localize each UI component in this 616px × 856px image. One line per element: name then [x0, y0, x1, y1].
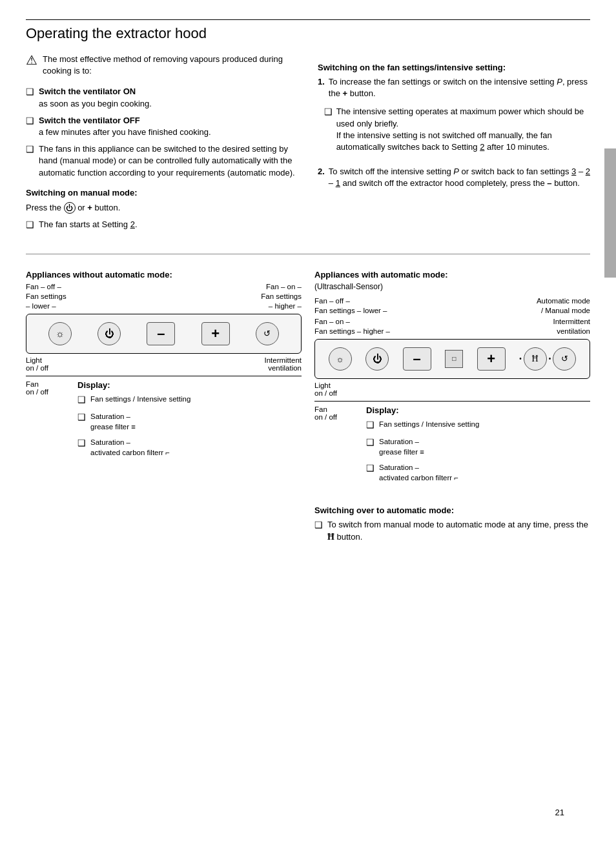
step-1: 1. To increase the fan settings or switc…	[318, 76, 590, 99]
right-column: Switching on the fan settings/intensive …	[318, 54, 590, 241]
diagrams-row: Appliances without automatic mode: Fan –…	[26, 270, 590, 553]
light-label: Lighton / off	[26, 356, 48, 372]
right-mid-right-label: Intermittentventilation	[553, 317, 590, 336]
intermittent-button[interactable]: ↺	[256, 322, 279, 345]
step-1-sub-text: The intensive setting operates at maximu…	[336, 106, 590, 153]
checklist-normal-2: a few minutes after you have finished co…	[39, 127, 211, 137]
left-panel-top-right-label: Fan – on – Fan settings – higher –	[261, 282, 302, 311]
right-diagram-subtitle: (Ultraschall-Sensor)	[314, 282, 590, 291]
gray-sidebar-bar	[604, 148, 616, 278]
right-display-item-2: Saturation –grease filter ≡	[366, 436, 590, 457]
right-display-section: Display: Fan settings / Intensive settin…	[366, 405, 590, 493]
left-panel-bottom-labels: Lighton / off Intermittentventilation	[26, 356, 302, 372]
step-2-text: To switch off the intensive setting P or…	[329, 166, 590, 189]
left-panel-top-left-label: Fan – off – Fan settings – lower –	[26, 282, 67, 311]
right-minus-button[interactable]: –	[403, 347, 431, 371]
right-plus-button[interactable]: +	[477, 347, 506, 371]
left-diagram-title: Appliances without automatic mode:	[26, 270, 302, 280]
setting-2-char: 2	[130, 219, 135, 229]
step-1-text: To increase the fan settings or switch o…	[329, 76, 590, 99]
auto-mode-button[interactable]: Ħ	[524, 347, 547, 371]
fan-settings-heading: Switching on the fan settings/intensive …	[318, 63, 590, 72]
checklist-item-1: Switch the ventilator ON as soon as you …	[26, 86, 298, 109]
right-mid-left-label: Fan – on –Fan settings – higher –	[314, 317, 390, 336]
power-icon-inline: ⏻	[64, 202, 76, 214]
right-display-item-3: Saturation –activated carbon filterr ⌐	[366, 462, 590, 483]
switch-auto-list: To switch from manual mode to automatic …	[314, 519, 590, 544]
left-display-heading: Display:	[77, 380, 302, 390]
right-top-left-label: Fan – off –Fan settings – lower –	[314, 296, 387, 316]
switch-auto-heading: Switching over to automatic mode:	[314, 505, 590, 515]
manual-mode-heading: Switching on manual mode:	[26, 188, 298, 198]
manual-mode-checklist: The fan starts at Setting 2.	[26, 219, 298, 232]
page-number: 21	[555, 808, 564, 817]
power-button[interactable]: ⏻	[98, 322, 121, 345]
checklist-normal-3: The fans in this appliance can be switch…	[39, 143, 298, 179]
switch-auto-text: To switch from manual mode to automatic …	[327, 519, 590, 544]
left-display-item-3: Saturation –activated carbon filterr ⌐	[77, 437, 302, 458]
left-display-item-2: Saturation –grease filter ≡	[77, 411, 302, 432]
manual-mode-press: Press the ⏻ or + button.	[26, 201, 298, 214]
right-panel-mid-labels: Fan – on –Fan settings – higher – Interm…	[314, 317, 590, 336]
right-panel-bottom-labels: Lighton / off	[314, 382, 590, 397]
switch-auto-section: Switching over to automatic mode: To swi…	[314, 505, 590, 544]
left-panel-box: ☼ ⏻ – + ↺	[26, 314, 302, 354]
left-diagram-block: Appliances without automatic mode: Fan –…	[26, 270, 302, 553]
fan-starts-text: The fan starts at Setting 2.	[39, 219, 138, 230]
left-display-section: Display: Fan settings / Intensive settin…	[77, 380, 302, 467]
step-1-sub: The intensive setting operates at maximu…	[318, 106, 590, 159]
page-title: Operating the extractor hood	[26, 19, 590, 42]
right-display-heading: Display:	[366, 405, 590, 415]
dot-intermit: •	[549, 355, 551, 362]
right-diagram-block: Appliances with automatic mode: (Ultrasc…	[314, 270, 590, 553]
warning-text: The most effective method of removing va…	[43, 54, 298, 77]
checklist-bold-1: Switch the ventilator ON	[39, 87, 136, 96]
setting-2-back: 2	[480, 142, 484, 152]
auto-buttons-group: • Ħ • ↺	[519, 347, 576, 371]
right-power-button[interactable]: ⏻	[365, 347, 389, 371]
checklist-item-1-content: Switch the ventilator ON as soon as you …	[39, 86, 152, 109]
auto-btn-char: Ħ	[327, 532, 334, 542]
fan-starts-item: The fan starts at Setting 2.	[26, 219, 298, 232]
display-indicator: □	[445, 350, 463, 368]
left-display-item-1: Fan settings / Intensive setting	[77, 394, 302, 407]
step-2-num: 2.	[318, 166, 325, 178]
left-fan-label: Fanon / off	[26, 380, 71, 467]
right-display-list: Fan settings / Intensive setting Saturat…	[366, 419, 590, 484]
left-panel-top-labels: Fan – off – Fan settings – lower – Fan –…	[26, 282, 302, 311]
fan-steps-list: 1. To increase the fan settings or switc…	[318, 76, 590, 190]
left-column: ⚠ The most effective method of removing …	[26, 54, 298, 241]
checklist-normal-1: as soon as you begin cooking.	[39, 99, 152, 108]
dot-auto: •	[519, 355, 522, 362]
divider-line-left	[26, 376, 302, 376]
right-diagram-title: Appliances with automatic mode:	[314, 270, 590, 280]
right-panel-box: ☼ ⏻ – □ + • Ħ • ↺	[314, 339, 590, 379]
left-bottom-annotations: Fanon / off Display: Fan settings / Inte…	[26, 380, 302, 467]
divider-line-right	[314, 401, 590, 402]
right-top-right-label: Automatic mode/ Manual mode	[537, 296, 590, 316]
step-1-num: 1.	[318, 76, 325, 88]
diagrams-section: Appliances without automatic mode: Fan –…	[26, 254, 590, 553]
checklist: Switch the ventilator ON as soon as you …	[26, 86, 298, 178]
warning-block: ⚠ The most effective method of removing …	[26, 54, 298, 77]
right-light-button[interactable]: ☼	[329, 347, 352, 371]
right-intermittent-button[interactable]: ↺	[553, 347, 576, 371]
switch-auto-item: To switch from manual mode to automatic …	[314, 519, 590, 544]
right-display-item-1: Fan settings / Intensive setting	[366, 419, 590, 432]
checklist-item-2-content: Switch the ventilator OFF a few minutes …	[39, 115, 211, 138]
plus-button[interactable]: +	[201, 322, 230, 345]
step-1-sub-item: The intensive setting operates at maximu…	[324, 106, 590, 153]
s3: 3	[571, 167, 576, 176]
right-bottom-annotations: Fanon / off Display: Fan settings / Inte…	[314, 405, 590, 493]
step-1-sub-list: The intensive setting operates at maximu…	[324, 106, 590, 159]
left-display-list: Fan settings / Intensive setting Saturat…	[77, 394, 302, 458]
s2: 2	[586, 167, 590, 176]
step-1-sub-num	[318, 106, 320, 117]
minus-button[interactable]: –	[147, 322, 175, 345]
right-fan-label: Fanon / off	[314, 405, 360, 493]
s1: 1	[336, 178, 340, 188]
right-light-label: Lighton / off	[314, 382, 337, 397]
checklist-bold-2: Switch the ventilator OFF	[39, 116, 140, 125]
right-panel-top-labels: Fan – off –Fan settings – lower – Automa…	[314, 296, 590, 316]
light-button[interactable]: ☼	[48, 322, 72, 345]
